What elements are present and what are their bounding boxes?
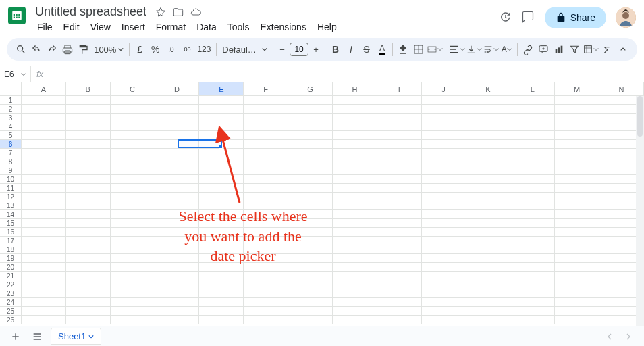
menu-help[interactable]: Help — [313, 20, 342, 34]
cell[interactable] — [244, 237, 288, 245]
menu-tools[interactable]: Tools — [223, 20, 254, 34]
cell[interactable] — [466, 289, 511, 298]
cell[interactable] — [333, 149, 377, 157]
col-header-E[interactable]: E — [199, 82, 244, 96]
cell[interactable] — [244, 175, 288, 184]
zoom-selector[interactable]: 100% — [91, 45, 126, 55]
cell[interactable] — [466, 228, 511, 237]
col-header-C[interactable]: C — [111, 82, 155, 96]
cell[interactable] — [466, 237, 511, 245]
cell[interactable] — [333, 201, 377, 210]
cell[interactable] — [466, 105, 511, 114]
cell[interactable] — [333, 237, 377, 245]
cell[interactable] — [333, 166, 377, 175]
cell[interactable] — [555, 219, 599, 228]
cell[interactable] — [422, 272, 466, 280]
cell[interactable] — [22, 272, 66, 280]
cell[interactable] — [244, 105, 288, 114]
cell[interactable] — [377, 114, 422, 122]
cell[interactable] — [199, 316, 244, 324]
cell[interactable] — [199, 245, 244, 254]
cell[interactable] — [22, 245, 66, 254]
history-icon[interactable] — [499, 11, 512, 24]
col-header-D[interactable]: D — [155, 82, 200, 96]
cell[interactable] — [510, 307, 555, 316]
cell[interactable] — [111, 157, 155, 166]
cell[interactable] — [377, 184, 422, 193]
move-folder-icon[interactable] — [172, 6, 184, 18]
scrollbar-thumb[interactable] — [637, 96, 643, 137]
cell[interactable] — [199, 237, 244, 245]
cell[interactable] — [333, 131, 377, 140]
cell[interactable] — [555, 237, 599, 245]
cell[interactable] — [288, 254, 333, 263]
cell[interactable] — [422, 254, 466, 263]
cell[interactable] — [111, 193, 155, 201]
col-header-M[interactable]: M — [555, 82, 599, 96]
italic-icon[interactable]: I — [344, 41, 358, 58]
cell[interactable] — [111, 201, 155, 210]
cell[interactable] — [66, 245, 111, 254]
cell[interactable] — [510, 210, 555, 219]
cell[interactable] — [555, 272, 599, 280]
share-button[interactable]: Share — [545, 7, 606, 28]
cell[interactable] — [22, 96, 66, 105]
cell[interactable] — [288, 263, 333, 272]
cell[interactable] — [199, 122, 244, 131]
cell[interactable] — [155, 175, 200, 184]
cell[interactable] — [155, 307, 200, 316]
row-header-16[interactable]: 16 — [0, 228, 22, 237]
row-header-9[interactable]: 9 — [0, 166, 22, 175]
cell[interactable] — [155, 316, 200, 324]
cell[interactable] — [66, 131, 111, 140]
cell[interactable] — [333, 157, 377, 166]
cell[interactable] — [199, 193, 244, 201]
cell[interactable] — [555, 122, 599, 131]
cell[interactable] — [155, 140, 200, 149]
cell[interactable] — [155, 254, 200, 263]
cell[interactable] — [555, 184, 599, 193]
cell[interactable] — [422, 210, 466, 219]
cell[interactable] — [199, 307, 244, 316]
cell[interactable] — [288, 140, 333, 149]
cell[interactable] — [111, 272, 155, 280]
cell[interactable] — [288, 175, 333, 184]
redo-icon[interactable] — [45, 41, 59, 58]
cell[interactable] — [155, 201, 200, 210]
cell[interactable] — [422, 193, 466, 201]
font-size-minus-icon[interactable]: − — [276, 41, 288, 58]
cell[interactable] — [510, 96, 555, 105]
cell[interactable] — [377, 316, 422, 324]
cell[interactable] — [510, 219, 555, 228]
cell[interactable] — [422, 175, 466, 184]
text-wrap-icon[interactable] — [483, 41, 499, 58]
cell[interactable] — [555, 254, 599, 263]
cell[interactable] — [422, 149, 466, 157]
cell[interactable] — [555, 228, 599, 237]
cell[interactable] — [199, 254, 244, 263]
cell[interactable] — [288, 201, 333, 210]
row-header-23[interactable]: 23 — [0, 289, 22, 298]
cell[interactable] — [510, 316, 555, 324]
cell[interactable] — [244, 228, 288, 237]
cell[interactable] — [377, 228, 422, 237]
cell[interactable] — [555, 210, 599, 219]
cell[interactable] — [333, 219, 377, 228]
row-header-1[interactable]: 1 — [0, 96, 22, 105]
cell[interactable] — [66, 307, 111, 316]
cell[interactable] — [111, 228, 155, 237]
row-header-24[interactable]: 24 — [0, 298, 22, 307]
cell[interactable] — [22, 157, 66, 166]
cell[interactable] — [333, 96, 377, 105]
text-rotation-icon[interactable]: A — [500, 41, 514, 58]
borders-icon[interactable] — [411, 41, 426, 58]
cell[interactable] — [288, 131, 333, 140]
cell[interactable] — [22, 316, 66, 324]
text-color-icon[interactable]: A — [375, 41, 390, 58]
cell[interactable] — [199, 96, 244, 105]
cloud-status-icon[interactable] — [190, 6, 202, 18]
cell[interactable] — [510, 228, 555, 237]
doc-title[interactable]: Untitled spreadsheet — [32, 4, 149, 20]
col-header-N[interactable]: N — [599, 82, 644, 96]
cell[interactable] — [510, 149, 555, 157]
